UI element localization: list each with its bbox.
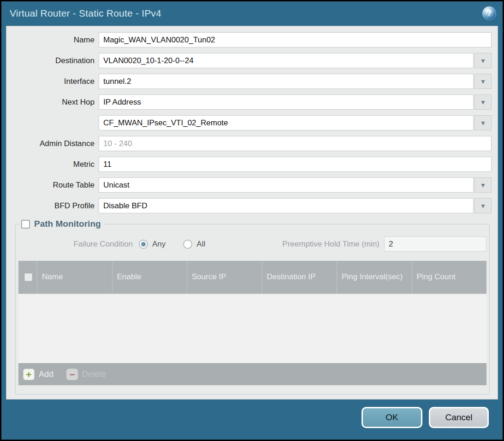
next-hop-label: Next Hop bbox=[6, 98, 99, 107]
bfd-profile-label: BFD Profile bbox=[6, 201, 99, 211]
form-row-interface: Interface ▼ bbox=[6, 74, 492, 89]
chevron-down-icon: ▼ bbox=[480, 120, 486, 126]
help-glyph: ? bbox=[487, 9, 492, 18]
select-all-checkbox[interactable] bbox=[24, 273, 32, 281]
column-header-ping-count[interactable]: Ping Count bbox=[412, 261, 487, 294]
add-icon[interactable]: + bbox=[23, 369, 35, 380]
column-header-ping-interval[interactable]: Ping Interval(sec) bbox=[337, 261, 412, 294]
path-monitoring-checkbox[interactable] bbox=[21, 220, 30, 229]
form-row-destination: Destination ▼ bbox=[6, 53, 492, 68]
help-icon[interactable]: ? bbox=[482, 6, 496, 20]
preemptive-hold-time-label: Preemptive Hold Time (min) bbox=[282, 240, 379, 249]
form-row-metric: Metric bbox=[6, 157, 492, 172]
next-hop-type-dropdown-button[interactable]: ▼ bbox=[474, 94, 492, 110]
next-hop-type-select[interactable] bbox=[99, 94, 474, 110]
failure-condition-any-label: Any bbox=[152, 240, 166, 249]
form-row-name: Name bbox=[6, 32, 492, 47]
metric-label: Metric bbox=[6, 160, 99, 169]
route-table-label: Route Table bbox=[6, 181, 99, 190]
table-footer-toolbar: + Add − Delete bbox=[18, 363, 486, 385]
delete-icon: − bbox=[66, 369, 78, 380]
route-table-dropdown-button[interactable]: ▼ bbox=[474, 177, 492, 193]
form-row-next-hop-address: ▼ bbox=[6, 115, 492, 130]
interface-label: Interface bbox=[6, 77, 99, 86]
form-row-route-table: Route Table ▼ bbox=[6, 177, 492, 193]
form-row-next-hop: Next Hop ▼ bbox=[6, 94, 492, 110]
chevron-down-icon: ▼ bbox=[480, 78, 486, 85]
column-header-name[interactable]: Name bbox=[37, 261, 112, 294]
dialog-actions: OK Cancel bbox=[362, 407, 489, 428]
table-header-row: Name Enable Source IP Destination IP Pin… bbox=[18, 261, 486, 294]
chevron-down-icon: ▼ bbox=[480, 203, 486, 209]
add-button[interactable]: Add bbox=[39, 370, 53, 379]
chevron-down-icon: ▼ bbox=[480, 58, 486, 64]
column-header-destination-ip[interactable]: Destination IP bbox=[262, 261, 337, 294]
preemptive-hold-time-input[interactable] bbox=[384, 236, 486, 252]
route-table-select[interactable] bbox=[99, 177, 474, 193]
bfd-profile-dropdown-button[interactable]: ▼ bbox=[474, 198, 492, 213]
interface-select[interactable] bbox=[99, 74, 474, 89]
failure-condition-row: Failure Condition Any All Preemptive Hol… bbox=[18, 236, 486, 252]
form-row-bfd-profile: BFD Profile ▼ bbox=[6, 198, 492, 213]
dialog-title: Virtual Router - Static Route - IPv4 bbox=[10, 8, 161, 19]
destination-select[interactable] bbox=[99, 53, 474, 68]
path-monitoring-table: Name Enable Source IP Destination IP Pin… bbox=[18, 261, 486, 385]
failure-condition-all-radio[interactable] bbox=[183, 240, 192, 249]
table-header-checkbox-cell bbox=[18, 261, 37, 294]
failure-condition-label: Failure Condition bbox=[18, 240, 139, 249]
delete-button: Delete bbox=[82, 370, 106, 379]
failure-condition-any-radio[interactable] bbox=[139, 240, 148, 249]
failure-condition-all-label: All bbox=[196, 240, 205, 249]
bfd-profile-select[interactable] bbox=[99, 198, 474, 213]
content-panel: Name Destination ▼ Interface bbox=[6, 26, 498, 400]
static-route-dialog: Virtual Router - Static Route - IPv4 ? N… bbox=[1, 1, 503, 440]
path-monitoring-title: Path Monitoring bbox=[34, 219, 101, 229]
route-form: Name Destination ▼ Interface bbox=[6, 26, 498, 213]
name-label: Name bbox=[6, 35, 99, 45]
destination-dropdown-button[interactable]: ▼ bbox=[474, 53, 492, 68]
admin-distance-label: Admin Distance bbox=[6, 139, 99, 148]
interface-dropdown-button[interactable]: ▼ bbox=[474, 74, 492, 89]
destination-label: Destination bbox=[6, 56, 99, 65]
table-body-empty bbox=[18, 294, 486, 363]
next-hop-address-select[interactable] bbox=[99, 115, 474, 130]
column-header-source-ip[interactable]: Source IP bbox=[187, 261, 262, 294]
next-hop-address-dropdown-button[interactable]: ▼ bbox=[474, 115, 492, 130]
path-monitoring-legend: Path Monitoring bbox=[19, 219, 104, 229]
path-monitoring-section: Path Monitoring Failure Condition Any Al… bbox=[15, 219, 490, 394]
metric-input[interactable] bbox=[99, 157, 492, 172]
ok-button[interactable]: OK bbox=[362, 407, 422, 428]
title-bar: Virtual Router - Static Route - IPv4 ? bbox=[1, 1, 503, 25]
cancel-button[interactable]: Cancel bbox=[429, 407, 489, 428]
chevron-down-icon: ▼ bbox=[480, 99, 486, 106]
column-header-enable[interactable]: Enable bbox=[112, 261, 187, 294]
admin-distance-input[interactable] bbox=[99, 136, 492, 151]
form-row-admin-distance: Admin Distance bbox=[6, 136, 492, 151]
name-input[interactable] bbox=[99, 32, 492, 47]
chevron-down-icon: ▼ bbox=[480, 182, 486, 188]
